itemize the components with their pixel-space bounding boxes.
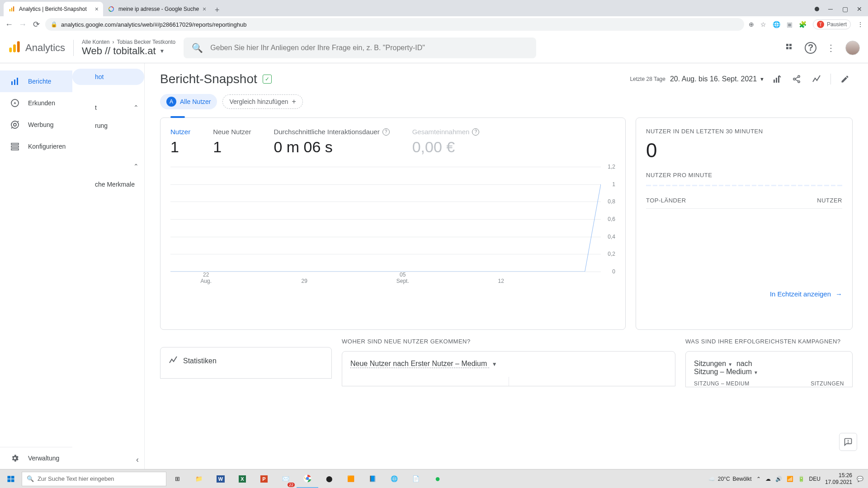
metric-durchschnittliche-interaktionsdauer[interactable]: Durchschnittliche Interaktionsdauer?0 m … xyxy=(274,128,389,156)
property-selector[interactable]: Alle Konten › Tobias Becker Testkonto We… xyxy=(82,39,175,57)
taskbar-search[interactable]: 🔍 Zur Suche Text hier eingeben xyxy=(22,472,166,486)
word-icon[interactable]: W xyxy=(210,469,231,488)
metric-gesamteinnahmen[interactable]: Gesamteinnahmen?0,00 € xyxy=(412,128,480,156)
subnav-item-demographics[interactable]: che Merkmale xyxy=(72,175,144,193)
subnav-item[interactable]: rung xyxy=(72,117,144,135)
metric-nutzer[interactable]: Nutzer1 xyxy=(170,128,190,156)
language-indicator[interactable]: DEU xyxy=(809,476,821,482)
svg-rect-7 xyxy=(786,44,788,46)
task-view-icon[interactable]: ⊞ xyxy=(166,469,188,488)
insights-icon[interactable] xyxy=(809,71,824,87)
collapse-panel-icon[interactable]: ‹ xyxy=(136,455,139,465)
extensions-icon[interactable]: 🧩 xyxy=(799,21,807,28)
arrow-right-icon: → xyxy=(835,290,842,298)
profile-paused-pill[interactable]: T Pausiert xyxy=(813,19,851,29)
help-icon[interactable]: ? xyxy=(805,42,816,54)
account-avatar[interactable] xyxy=(845,41,860,55)
zoom-icon[interactable]: ⊕ xyxy=(749,21,754,28)
excel-icon[interactable]: X xyxy=(231,469,253,488)
close-window-icon[interactable]: ✕ xyxy=(856,6,863,12)
svg-rect-6 xyxy=(17,41,20,52)
volume-icon[interactable]: 🔊 xyxy=(775,476,782,482)
svg-rect-2 xyxy=(13,6,14,11)
mail-icon[interactable]: ✉️ xyxy=(275,469,297,488)
subnav-section-2[interactable]: ⌃ xyxy=(72,157,144,175)
wifi-icon[interactable]: 📶 xyxy=(787,476,793,482)
kebab-icon[interactable]: ⋮ xyxy=(857,21,863,28)
edge-icon[interactable]: 🌐 xyxy=(383,469,405,488)
search-input[interactable] xyxy=(210,44,528,52)
close-icon[interactable]: × xyxy=(203,5,206,13)
url-input[interactable]: 🔒 analytics.google.com/analytics/web/#/p… xyxy=(45,18,744,31)
add-comparison-chip[interactable]: Vergleich hinzufügen + xyxy=(222,94,302,109)
onedrive-icon[interactable]: ☁ xyxy=(765,476,771,482)
notepad-icon[interactable]: 📄 xyxy=(405,469,427,488)
sessions-metric-selector[interactable]: Sitzungen▼ xyxy=(694,360,732,367)
battery-icon[interactable]: 🔋 xyxy=(798,476,805,482)
account-dot-icon[interactable] xyxy=(815,7,819,11)
paused-label: Pausiert xyxy=(827,21,847,28)
kebab-icon[interactable]: ⋮ xyxy=(825,42,837,54)
verified-icon: ✓ xyxy=(263,75,272,84)
date-range-picker[interactable]: 20. Aug. bis 16. Sept. 2021 ▼ xyxy=(670,75,764,83)
realtime-title: NUTZER IN DEN LETZTEN 30 MINUTEN xyxy=(646,128,842,135)
star-icon[interactable]: ☆ xyxy=(760,21,766,28)
clock[interactable]: 15:26 17.09.2021 xyxy=(825,472,852,485)
share-icon[interactable] xyxy=(789,71,804,87)
cast-icon[interactable]: ▣ xyxy=(787,21,793,28)
chrome-icon[interactable] xyxy=(297,469,318,488)
maximize-icon[interactable]: ▢ xyxy=(842,6,848,12)
search-icon: 🔍 xyxy=(192,42,203,53)
new-users-dimension-selector[interactable]: Neue Nutzer nach Erster Nutzer – Medium xyxy=(350,360,489,368)
start-button[interactable] xyxy=(0,469,22,488)
nav-item-reports[interactable]: Berichte xyxy=(0,70,85,92)
back-icon[interactable]: ← xyxy=(5,20,14,29)
windows-taskbar: 🔍 Zur Suche Text hier eingeben ⊞ 📁 W X P… xyxy=(0,469,868,488)
analytics-favicon-icon xyxy=(8,5,15,13)
obs-icon[interactable]: ⬤ xyxy=(318,469,340,488)
svg-rect-18 xyxy=(11,146,19,147)
cloud-icon: ☁️ xyxy=(708,476,715,482)
svg-rect-22 xyxy=(778,76,779,83)
overview-card: Nutzer1Neue Nutzer1Durchschnittliche Int… xyxy=(160,117,626,330)
help-icon[interactable]: ? xyxy=(382,128,390,136)
analytics-logo[interactable]: Analytics xyxy=(8,41,65,55)
insights-card[interactable]: Statistiken xyxy=(160,347,332,379)
explorer-icon[interactable]: 📁 xyxy=(188,469,210,488)
tray-chevron-icon[interactable]: ⌃ xyxy=(756,476,761,482)
close-icon[interactable]: × xyxy=(95,5,99,13)
edit-icon[interactable] xyxy=(837,71,853,87)
notifications-icon[interactable]: 💬 xyxy=(857,476,863,482)
powerpoint-icon[interactable]: P xyxy=(253,469,275,488)
new-tab-button[interactable]: + xyxy=(211,4,223,16)
date-scope-label: Letzte 28 Tage xyxy=(630,76,665,82)
help-icon[interactable]: ? xyxy=(472,128,479,136)
feedback-button[interactable] xyxy=(839,433,857,451)
metric-neue-nutzer[interactable]: Neue Nutzer1 xyxy=(213,128,251,156)
translate-icon[interactable]: 🌐 xyxy=(773,21,780,28)
weather-widget[interactable]: ☁️ 20°C Bewölkt xyxy=(708,476,752,482)
search-box[interactable]: 🔍 xyxy=(184,38,536,58)
app-icon[interactable]: 🟧 xyxy=(340,469,362,488)
svg-rect-4 xyxy=(9,47,12,52)
realtime-link[interactable]: In Echtzeit anzeigen → xyxy=(646,290,842,298)
spotify-icon[interactable]: ● xyxy=(427,469,448,488)
apps-grid-icon[interactable] xyxy=(784,42,797,54)
reload-icon[interactable]: ⟳ xyxy=(32,19,41,29)
explore-icon xyxy=(10,98,20,108)
top-countries-header: TOP-LÄNDER xyxy=(646,197,686,204)
segment-all-users-chip[interactable]: A Alle Nutzer xyxy=(160,94,217,109)
search-icon: 🔍 xyxy=(27,475,34,482)
subnav-item-snapshot[interactable]: hot xyxy=(72,69,144,85)
svg-rect-0 xyxy=(9,9,10,11)
browser-tab-analytics[interactable]: Analytics | Bericht-Snapshot × xyxy=(4,2,103,16)
caret-down-icon: ▼ xyxy=(160,48,165,54)
tab-title: meine ip adresse - Google Suche xyxy=(118,6,199,12)
subnav-section[interactable]: t ⌃ xyxy=(72,99,144,117)
customize-icon[interactable] xyxy=(769,71,784,87)
app-icon-2[interactable]: 📘 xyxy=(362,469,383,488)
session-medium-selector[interactable]: Sitzung – Medium▼ xyxy=(694,368,758,375)
browser-tab-google[interactable]: meine ip adresse - Google Suche × xyxy=(103,2,211,16)
report-title: Bericht-Snapshot xyxy=(160,72,257,86)
minimize-icon[interactable]: ─ xyxy=(827,6,834,12)
